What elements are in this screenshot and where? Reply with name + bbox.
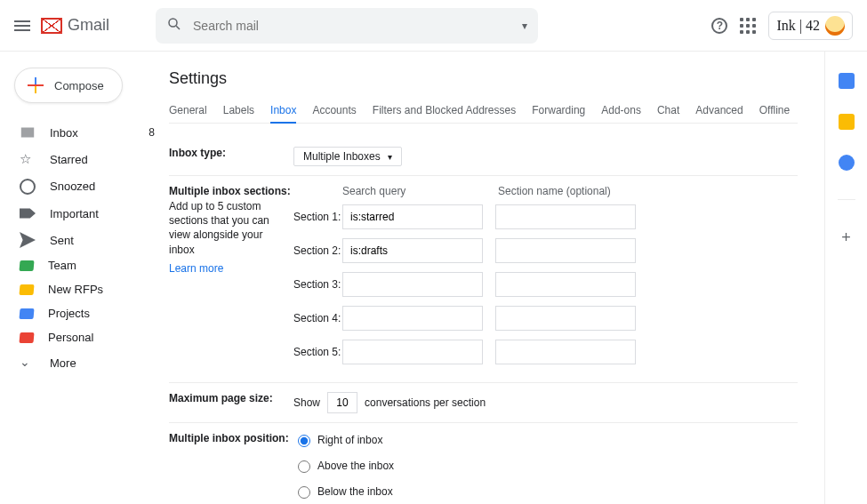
position-option-2[interactable]: Below the inbox <box>293 484 798 499</box>
right-sidepanel: + <box>824 52 867 504</box>
position-option-1[interactable]: Above the inbox <box>293 458 798 473</box>
gmail-logo[interactable]: Gmail <box>41 16 109 35</box>
sidebar-item-projects[interactable]: Projects <box>0 301 169 325</box>
max-page-input[interactable] <box>327 392 357 413</box>
avatar-icon <box>825 16 845 36</box>
tab-inbox[interactable]: Inbox <box>270 99 296 124</box>
svg-point-0 <box>169 19 177 27</box>
section-query-input[interactable] <box>342 238 483 263</box>
section-query-input[interactable] <box>342 204 483 229</box>
search-icon[interactable] <box>166 16 182 35</box>
label-icon <box>19 284 34 295</box>
position-label: Multiple inbox position: <box>169 432 293 504</box>
section-row-1: Section 1: <box>293 204 648 229</box>
keep-icon[interactable] <box>839 114 855 130</box>
section-query-input[interactable] <box>342 272 483 297</box>
position-radio[interactable] <box>298 435 310 447</box>
sidebar-item-inbox[interactable]: Inbox8 <box>0 119 169 146</box>
section-name-input[interactable] <box>495 306 636 331</box>
position-option-label: Right of inbox <box>317 434 382 446</box>
tab-forwarding[interactable]: Forwarding <box>532 99 585 123</box>
inbox-type-value: Multiple Inboxes <box>303 150 381 163</box>
settings-main: Settings GeneralLabelsInboxAccountsFilte… <box>169 52 824 504</box>
section-name-input[interactable] <box>495 204 636 229</box>
tab-accounts[interactable]: Accounts <box>312 99 356 123</box>
account-switcher[interactable]: Ink | 42 <box>768 12 853 40</box>
section-name-input[interactable] <box>495 340 636 364</box>
compose-label: Compose <box>54 79 104 92</box>
tab-chat[interactable]: Chat <box>657 99 679 123</box>
tab-add-ons[interactable]: Add-ons <box>601 99 641 123</box>
section-row-5: Section 5: <box>293 340 648 364</box>
settings-tabs: GeneralLabelsInboxAccountsFilters and Bl… <box>169 99 798 124</box>
section-name-input[interactable] <box>495 272 636 297</box>
tab-offline[interactable]: Offline <box>759 99 790 123</box>
sidebar-item-label: New RFPs <box>48 283 103 296</box>
nav-list: Inbox8☆StarredSnoozedImportantSentTeamNe… <box>0 119 169 376</box>
max-page-size-row: Maximum page size: Show conversations pe… <box>169 383 798 423</box>
chevron-down-icon: ⌄ <box>20 355 36 371</box>
sidebar-item-more[interactable]: ⌄More <box>0 349 169 376</box>
unread-badge: 8 <box>149 126 155 139</box>
position-option-0[interactable]: Right of inbox <box>293 432 798 447</box>
compose-plus-icon <box>28 77 44 93</box>
sidepanel-separator <box>838 199 855 200</box>
gmail-icon <box>41 18 62 34</box>
sections-header-name: Section name (optional) <box>498 185 611 197</box>
position-radio[interactable] <box>298 460 310 473</box>
calendar-icon[interactable] <box>839 73 855 89</box>
max-page-prefix: Show <box>293 396 320 409</box>
section-name-input[interactable] <box>495 238 636 263</box>
label-icon <box>19 332 34 343</box>
sidebar-item-starred[interactable]: ☆Starred <box>0 146 169 172</box>
position-radio[interactable] <box>298 486 310 499</box>
sidebar-item-label: Snoozed <box>50 180 95 193</box>
sections-header-query: Search query <box>342 185 498 197</box>
section-row-3: Section 3: <box>293 272 648 297</box>
page-title: Settings <box>169 69 798 88</box>
main-menu-icon[interactable] <box>14 20 30 31</box>
search-options-icon[interactable]: ▾ <box>522 20 527 32</box>
section-query-input[interactable] <box>342 340 483 364</box>
section-row-2: Section 2: <box>293 238 648 263</box>
account-label: Ink | 42 <box>776 18 820 34</box>
inbox-type-select[interactable]: Multiple Inboxes ▾ <box>293 147 402 166</box>
max-page-suffix: conversations per section <box>365 396 486 409</box>
star-icon: ☆ <box>20 151 36 167</box>
tab-labels[interactable]: Labels <box>223 99 254 123</box>
tab-filters-and-blocked-addresses[interactable]: Filters and Blocked Addresses <box>373 99 516 123</box>
inbox-type-row: Inbox type: Multiple Inboxes ▾ <box>169 138 798 176</box>
help-icon[interactable]: ? <box>711 18 727 34</box>
section-row-label: Section 2: <box>293 244 342 257</box>
search-input[interactable] <box>191 18 522 34</box>
sidebar-item-label: Personal <box>48 331 93 344</box>
chevron-down-icon: ▾ <box>388 152 392 162</box>
inbox-position-row: Multiple inbox position: Right of inboxA… <box>169 423 798 504</box>
tab-advanced[interactable]: Advanced <box>695 99 743 123</box>
sidebar-item-team[interactable]: Team <box>0 253 169 277</box>
section-query-input[interactable] <box>342 306 483 331</box>
search-box[interactable]: ▾ <box>156 8 538 44</box>
label-icon <box>19 260 34 271</box>
clock-icon <box>20 179 36 195</box>
inbox-icon <box>20 124 36 140</box>
compose-button[interactable]: Compose <box>14 68 123 103</box>
sidebar-item-label: Team <box>48 259 76 272</box>
section-row-label: Section 5: <box>293 346 342 358</box>
sidebar-item-personal[interactable]: Personal <box>0 325 169 349</box>
tasks-icon[interactable] <box>839 155 855 171</box>
sidebar-item-important[interactable]: Important <box>0 200 169 227</box>
sidebar-item-label: Inbox <box>50 126 78 140</box>
learn-more-link[interactable]: Learn more <box>169 262 223 275</box>
sidebar-item-new-rfps[interactable]: New RFPs <box>0 277 169 301</box>
gmail-text: Gmail <box>68 16 109 35</box>
svg-line-1 <box>176 26 180 29</box>
sidebar-item-sent[interactable]: Sent <box>0 227 169 253</box>
get-addons-icon[interactable]: + <box>841 228 851 247</box>
tab-general[interactable]: General <box>169 99 207 123</box>
sidebar-item-snoozed[interactable]: Snoozed <box>0 172 169 200</box>
google-apps-icon[interactable] <box>740 18 756 34</box>
sent-icon <box>20 232 36 248</box>
sidebar-item-label: Sent <box>50 234 74 247</box>
section-row-label: Section 1: <box>293 211 342 223</box>
